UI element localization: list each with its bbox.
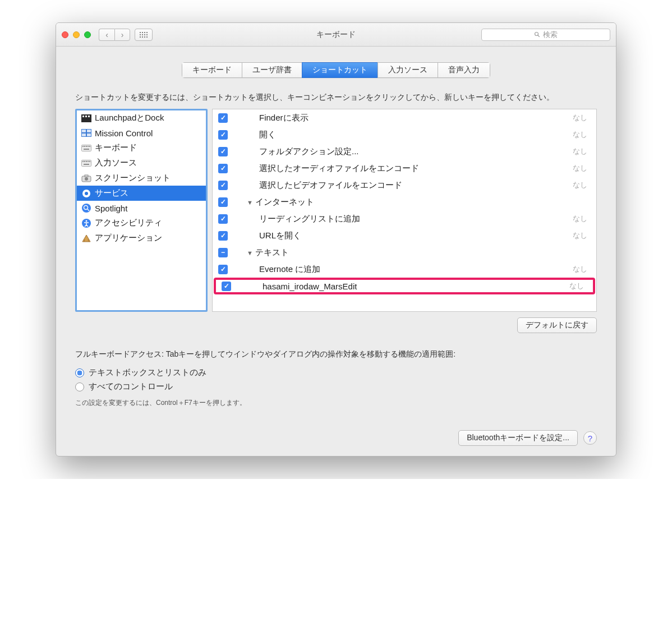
sidebar-item-label: Spotlight [95,204,127,213]
shortcut-label: hasami_irodaw_MarsEdit [238,282,569,291]
svg-rect-14 [86,146,87,147]
shortcut-value: なし [573,230,587,241]
spotlight-icon [81,203,91,213]
checkbox[interactable] [218,265,228,274]
svg-point-0 [535,32,538,35]
sidebar-item-3[interactable]: 入力ソース [77,155,206,170]
radio-label: すべてのコントロール [89,381,173,392]
radio-option-0[interactable]: テキストボックスとリストのみ [75,366,597,380]
svg-rect-10 [87,133,91,136]
shortcut-value: なし [573,180,587,190]
radio-button[interactable] [75,382,84,391]
checkbox[interactable] [218,147,228,156]
zoom-button[interactable] [84,31,91,38]
search-field[interactable]: 検索 [481,29,610,41]
shortcut-row-1[interactable]: 開くなし [213,126,596,143]
shortcut-row-6[interactable]: リーディングリストに追加なし [213,210,596,227]
sidebar-item-7[interactable]: アクセシビリティ [77,215,206,230]
help-button[interactable]: ? [583,431,597,445]
svg-rect-5 [88,116,90,117]
checkbox[interactable] [218,113,228,123]
shortcut-list[interactable]: Finderに表示なし開くなしフォルダアクション設定...なし選択したオーディオ… [212,109,597,312]
shortcut-value: なし [573,214,587,224]
checkbox[interactable] [218,248,228,257]
sidebar-item-5[interactable]: サービス [77,186,206,201]
footer: Bluetoothキーボードを設定... ? [75,430,597,446]
mission-icon [81,128,91,138]
tab-2[interactable]: ショートカット [302,62,378,78]
show-all-button[interactable] [135,29,153,41]
checkbox[interactable] [218,181,228,190]
shortcut-row-7[interactable]: URLを開くなし [213,227,596,244]
sidebar-item-label: LaunchpadとDock [95,113,164,123]
sidebar-item-4[interactable]: スクリーンショット [77,170,206,186]
shortcut-row-8[interactable]: ▼テキスト [213,244,596,261]
content-area: キーボードユーザ辞書ショートカット入力ソース音声入力 ショートカットを変更するに… [56,47,616,456]
instruction-text: ショートカットを変更するには、ショートカットを選択し、キーコンビネーションをクリ… [75,91,597,103]
minimize-button[interactable] [73,31,80,38]
checkbox[interactable] [218,164,228,173]
svg-rect-9 [82,133,86,136]
svg-rect-13 [84,146,85,147]
radio-button[interactable] [75,368,84,377]
search-placeholder: 検索 [543,30,558,40]
svg-rect-23 [89,161,90,162]
close-button[interactable] [62,31,68,38]
category-sidebar[interactable]: LaunchpadとDockMission Controlキーボード入力ソースス… [75,109,208,312]
checkbox[interactable] [218,214,228,224]
checkbox[interactable] [218,231,228,241]
radio-option-1[interactable]: すべてのコントロール [75,380,597,394]
svg-point-30 [82,204,91,213]
shortcut-row-4[interactable]: 選択したビデオファイルをエンコードなし [213,177,596,193]
shortcut-label: URLを開く [234,230,573,241]
tab-3[interactable]: 入力ソース [378,62,438,78]
radio-label: テキストボックスとリストのみ [89,367,206,378]
tab-1[interactable]: ユーザ辞書 [242,62,302,78]
sidebar-item-2[interactable]: キーボード [77,140,206,155]
sidebar-item-1[interactable]: Mission Control [77,126,206,140]
shortcut-row-3[interactable]: 選択したオーディオファイルをエンコードなし [213,160,596,177]
shortcut-row-0[interactable]: Finderに表示なし [213,109,596,126]
svg-rect-22 [88,161,89,162]
shortcut-row-5[interactable]: ▼インターネット [213,193,596,210]
tab-4[interactable]: 音声入力 [438,62,490,78]
shortcut-value: なし [569,281,584,291]
disclosure-triangle-icon: ▼ [247,199,253,206]
svg-rect-8 [87,130,91,132]
svg-rect-16 [89,146,90,147]
sidebar-item-0[interactable]: LaunchpadとDock [77,110,206,126]
accessibility-icon [81,218,91,228]
forward-button[interactable]: › [114,29,130,41]
shortcut-value: なし [573,264,587,274]
svg-rect-27 [85,175,88,177]
tab-0[interactable]: キーボード [182,62,242,78]
preferences-window: ‹ › キーボード 検索 キーボードユーザ辞書ショートカット入力ソース音声入力 … [56,22,616,457]
checkbox[interactable] [218,130,228,140]
sidebar-item-label: アプリケーション [95,233,162,243]
shortcut-value: なし [573,130,587,140]
shortcut-label: ▼テキスト [234,247,591,258]
shortcut-row-10[interactable]: hasami_irodaw_MarsEditなし [214,278,595,294]
checkbox[interactable] [218,197,228,207]
svg-rect-17 [84,149,89,150]
nav-buttons: ‹ › [99,29,130,41]
gear-icon [81,188,91,199]
sidebar-item-6[interactable]: Spotlight [77,201,206,215]
svg-rect-24 [84,164,89,165]
titlebar: ‹ › キーボード 検索 [56,23,616,47]
radio-group: テキストボックスとリストのみすべてのコントロール [75,366,597,394]
shortcut-row-9[interactable]: Evernote に追加なし [213,261,596,278]
shortcut-value: なし [573,163,587,173]
search-icon [534,31,541,38]
sidebar-item-8[interactable]: アプリケーション [77,230,206,246]
bluetooth-setup-button[interactable]: Bluetoothキーボードを設定... [458,430,578,446]
shortcut-row-2[interactable]: フォルダアクション設定...なし [213,143,596,160]
back-button[interactable]: ‹ [99,29,114,41]
app-icon [81,233,91,243]
shortcut-value: なし [573,113,587,123]
grid-icon [140,32,148,38]
checkbox[interactable] [222,282,231,291]
launchpad-icon [81,113,91,123]
shortcut-label: ▼インターネット [234,197,591,208]
restore-defaults-button[interactable]: デフォルトに戻す [517,317,597,333]
